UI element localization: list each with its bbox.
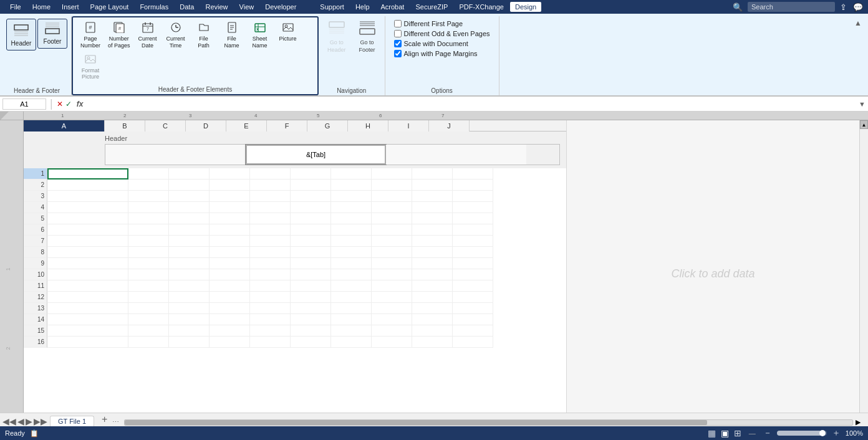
cell-C1[interactable] <box>169 168 210 179</box>
cell-A4[interactable] <box>47 202 128 213</box>
cell-F15[interactable] <box>291 325 331 337</box>
row-number-4[interactable]: 4 <box>24 202 47 213</box>
current-time-button[interactable]: CurrentTime <box>162 20 190 51</box>
cell-D15[interactable] <box>210 325 250 337</box>
formula-cancel-button[interactable]: ✕ <box>57 100 63 108</box>
cell-F2[interactable] <box>291 179 331 191</box>
col-header-A[interactable]: A <box>24 120 105 132</box>
cell-J12[interactable] <box>453 292 493 303</box>
file-path-button[interactable]: FilePath <box>190 20 218 51</box>
menu-formulas[interactable]: Formulas <box>135 2 173 12</box>
row-number-6[interactable]: 6 <box>24 224 47 236</box>
menu-help[interactable]: Help <box>350 2 375 12</box>
cell-E10[interactable] <box>250 269 291 280</box>
menu-securezip[interactable]: SecureZIP <box>410 2 453 12</box>
row-number-15[interactable]: 15 <box>24 325 47 337</box>
menu-home[interactable]: Home <box>27 2 55 12</box>
cell-C13[interactable] <box>169 303 210 314</box>
cell-B4[interactable] <box>128 202 169 213</box>
cell-D13[interactable] <box>210 303 250 314</box>
cell-A7[interactable] <box>47 236 128 247</box>
cell-C12[interactable] <box>169 292 210 303</box>
menu-file[interactable]: File <box>5 2 26 12</box>
cell-J8[interactable] <box>453 247 493 258</box>
checkbox-different-first[interactable] <box>394 20 402 27</box>
cell-J9[interactable] <box>453 258 493 269</box>
cell-A9[interactable] <box>47 258 128 269</box>
menu-review[interactable]: Review <box>200 2 233 12</box>
formula-confirm-button[interactable]: ✓ <box>65 100 72 108</box>
cell-C10[interactable] <box>169 269 210 280</box>
cell-G14[interactable] <box>331 314 372 325</box>
cell-G15[interactable] <box>331 325 372 337</box>
cell-H11[interactable] <box>372 280 412 292</box>
comment-icon[interactable]: 💬 <box>853 2 863 12</box>
cell-I15[interactable] <box>412 325 453 337</box>
cell-D16[interactable] <box>210 337 250 348</box>
col-header-J[interactable]: J <box>429 120 470 132</box>
cell-F7[interactable] <box>291 236 331 247</box>
cell-B6[interactable] <box>128 224 169 236</box>
go-to-header-button[interactable]: Go toHeader <box>322 19 351 55</box>
cell-G4[interactable] <box>331 202 372 213</box>
cell-J6[interactable] <box>453 224 493 236</box>
cell-F16[interactable] <box>291 337 331 348</box>
cell-B11[interactable] <box>128 280 169 292</box>
sheet-nav-prev[interactable]: ◀ <box>17 416 24 426</box>
col-header-B[interactable]: B <box>105 120 145 132</box>
cell-H5[interactable] <box>372 213 412 224</box>
cell-H8[interactable] <box>372 247 412 258</box>
cell-F4[interactable] <box>291 202 331 213</box>
menu-data[interactable]: Data <box>175 2 199 12</box>
sheet-nav-next[interactable]: ▶ <box>26 416 32 426</box>
page-break-view-button[interactable]: ⊞ <box>734 428 741 438</box>
cell-C14[interactable] <box>169 314 210 325</box>
cell-J3[interactable] <box>453 191 493 202</box>
page-number-button[interactable]: # PageNumber <box>77 20 104 51</box>
cell-D2[interactable] <box>210 179 250 191</box>
menu-design[interactable]: Design <box>510 2 541 12</box>
col-header-E[interactable]: E <box>226 120 267 132</box>
cell-F13[interactable] <box>291 303 331 314</box>
cell-B12[interactable] <box>128 292 169 303</box>
cell-I12[interactable] <box>412 292 453 303</box>
cell-I6[interactable] <box>412 224 453 236</box>
cell-E1[interactable] <box>250 168 291 179</box>
cell-C5[interactable] <box>169 213 210 224</box>
menu-support[interactable]: Support <box>315 2 349 12</box>
cell-A14[interactable] <box>47 314 128 325</box>
menu-page-layout[interactable]: Page Layout <box>85 2 134 12</box>
cell-J2[interactable] <box>453 179 493 191</box>
footer-button[interactable]: Footer <box>37 19 67 49</box>
cell-F10[interactable] <box>291 269 331 280</box>
menu-developer[interactable]: Developer <box>260 2 301 12</box>
cell-J1[interactable] <box>453 168 493 179</box>
h-scroll-right[interactable]: ▶ <box>856 418 861 426</box>
cell-B5[interactable] <box>128 213 169 224</box>
cell-I3[interactable] <box>412 191 453 202</box>
menu-view[interactable]: View <box>234 2 259 12</box>
cell-I14[interactable] <box>412 314 453 325</box>
cell-E8[interactable] <box>250 247 291 258</box>
cell-I1[interactable] <box>412 168 453 179</box>
cell-reference-input[interactable]: A1 <box>2 98 46 110</box>
header-cell-center[interactable]: &[Tab] <box>246 145 386 165</box>
cell-D3[interactable] <box>210 191 250 202</box>
cell-H1[interactable] <box>372 168 412 179</box>
sheet-nav-last[interactable]: ▶▶ <box>34 416 47 426</box>
scrollbar-up-button[interactable]: ▲ <box>860 120 868 129</box>
cell-J5[interactable] <box>453 213 493 224</box>
row-number-16[interactable]: 16 <box>24 337 47 348</box>
h-scroll-track[interactable] <box>124 419 853 426</box>
scrollbar-track[interactable] <box>860 129 868 418</box>
cell-G9[interactable] <box>331 258 372 269</box>
cell-J11[interactable] <box>453 280 493 292</box>
cell-D11[interactable] <box>210 280 250 292</box>
cell-E6[interactable] <box>250 224 291 236</box>
cell-B16[interactable] <box>128 337 169 348</box>
cell-F5[interactable] <box>291 213 331 224</box>
col-header-C[interactable]: C <box>145 120 186 132</box>
cell-H14[interactable] <box>372 314 412 325</box>
cell-E2[interactable] <box>250 179 291 191</box>
checkbox-different-odd-even[interactable] <box>394 30 402 37</box>
